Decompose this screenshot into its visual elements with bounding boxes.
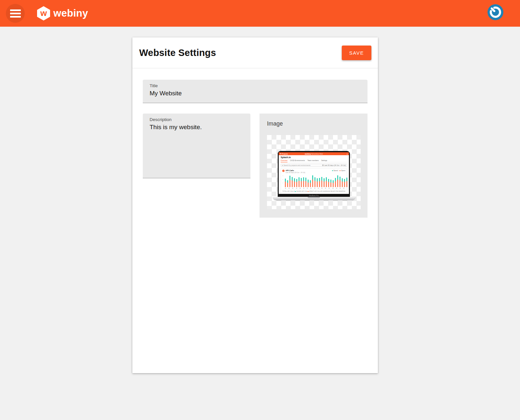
mini-stacked-bar — [285, 179, 286, 187]
mini-stacked-bar — [335, 178, 336, 187]
laptop-screen: Projects webiny Serverless Web ● Splash.… — [278, 151, 350, 197]
mini-stacked-bar — [321, 177, 322, 187]
mini-bar-chart — [282, 175, 345, 187]
title-input[interactable] — [150, 90, 361, 97]
mini-stacked-bar — [289, 176, 290, 187]
mini-dashboard: Projects webiny Serverless Web ● Splash.… — [279, 152, 349, 194]
top-app-bar: w webiny — [0, 0, 520, 27]
mini-stacked-bar — [319, 178, 320, 187]
mini-stats-row: TOTAL API CALLS 94,342 SAVED API CALLS 2… — [282, 190, 345, 194]
mini-stacked-bar — [314, 177, 315, 187]
mini-tab: Team members — [307, 159, 318, 161]
description-textarea[interactable]: This is my website. — [150, 124, 244, 172]
mini-search-icon — [282, 165, 283, 166]
title-field[interactable]: Title — [143, 80, 367, 103]
mini-stacked-bar — [301, 178, 302, 187]
mini-stacked-bar — [346, 178, 347, 187]
mini-date-range: Last 30 days (24 Jun - 24 Jul) — [322, 164, 346, 166]
description-field-label: Description — [150, 117, 244, 122]
macbook-label: MacBook Pro — [278, 195, 350, 196]
gravatar-power-icon — [487, 4, 503, 20]
mini-tab: Overview — [281, 159, 287, 162]
description-field[interactable]: Description This is my website. — [143, 114, 250, 178]
hamburger-icon — [10, 9, 21, 11]
mini-stacked-bar — [344, 179, 345, 187]
webiny-hexagon-icon: w — [37, 6, 50, 20]
title-field-label: Title — [150, 83, 361, 88]
mini-hamburger-icon — [280, 153, 281, 154]
mini-stacked-bar — [305, 178, 306, 187]
mini-stat: SAVED API CALLS 24,945 — [295, 191, 308, 194]
mini-chart-legend: SavedSpent — [332, 169, 345, 171]
mini-stacked-bar — [296, 179, 297, 187]
mini-stacked-bar — [294, 178, 295, 187]
mini-stacked-bar — [330, 180, 331, 187]
mini-stacked-bar — [328, 179, 329, 187]
website-settings-card: Website Settings SAVE Title Description … — [132, 37, 378, 373]
page-title: Website Settings — [139, 47, 216, 58]
laptop-base — [273, 197, 355, 200]
mini-stacked-bar — [312, 175, 313, 187]
mini-stacked-bar — [310, 180, 311, 187]
mini-tabs: OverviewCI/CD EnvironmentsTeam membersSe… — [281, 159, 347, 162]
form-row: Description This is my website. Image Pr… — [143, 114, 367, 218]
mini-topbar: Projects webiny Serverless Web ● — [279, 152, 349, 155]
image-upload-preview[interactable]: Projects webiny Serverless Web ● Splash.… — [267, 135, 361, 209]
mini-stat: API AVERAGE RESPONSE TIME 563ms — [320, 191, 333, 194]
laptop-mockup-image: Projects webiny Serverless Web ● Splash.… — [273, 151, 355, 200]
image-field-label: Image — [267, 120, 361, 127]
card-header: Website Settings SAVE — [132, 37, 378, 68]
mini-stacked-bar — [340, 177, 340, 187]
hamburger-menu-button[interactable] — [6, 4, 25, 23]
image-field: Image Projects webiny Serverless Web ● — [260, 114, 367, 218]
mini-stat: TOTAL API CALLS 94,342 — [282, 191, 295, 194]
webiny-logo: w webiny — [37, 6, 88, 20]
mini-stacked-bar — [326, 177, 327, 187]
mini-calendar-icon — [322, 165, 324, 166]
mini-chart-card: API Calls Last 30 days (24 Jun - 24 Jul)… — [281, 168, 347, 194]
mini-user: ● — [347, 153, 348, 155]
mini-stat: SPENT API CALLS 69,379 — [308, 191, 320, 194]
mini-tab: Settings — [321, 159, 327, 161]
mini-stacked-bar — [292, 177, 293, 187]
mini-api-calls-icon — [282, 169, 285, 172]
mini-stat: API P90 RESPONSE TIME 769ms — [333, 191, 345, 194]
mini-stacked-bar — [333, 180, 334, 187]
mini-tab: CI/CD Environments — [290, 159, 305, 161]
mini-search-bar: Search by projects and environments Last… — [281, 164, 347, 167]
mini-stacked-bar — [287, 180, 288, 187]
mini-stacked-bar — [317, 178, 318, 187]
mini-stacked-bar — [337, 175, 338, 187]
save-button[interactable]: SAVE — [342, 46, 371, 60]
mini-project-title: Splash.io — [281, 156, 347, 158]
mini-stacked-bar — [324, 178, 325, 187]
mini-stacked-bar — [308, 180, 309, 187]
mini-x-axis-labels — [285, 188, 345, 189]
user-avatar[interactable] — [487, 4, 503, 20]
mini-stacked-bar — [342, 178, 343, 187]
settings-form: Title Description This is my website. Im… — [132, 68, 378, 218]
mini-stacked-bar — [303, 177, 304, 187]
webiny-wordmark: webiny — [53, 7, 88, 19]
mini-stacked-bar — [299, 177, 300, 187]
